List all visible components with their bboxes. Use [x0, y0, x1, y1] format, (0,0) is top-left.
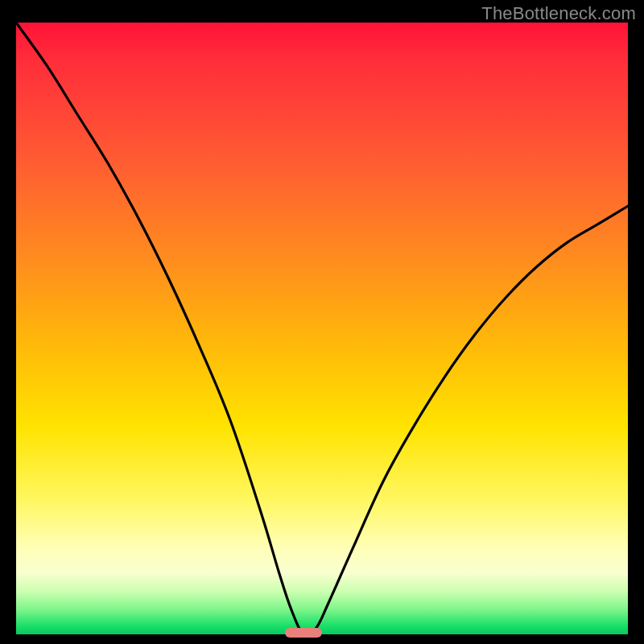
curve-layer — [16, 23, 628, 634]
watermark-text: TheBottleneck.com — [481, 3, 636, 24]
plot-area — [16, 23, 628, 634]
bottleneck-curve — [16, 23, 628, 634]
chart-frame: TheBottleneck.com — [0, 0, 644, 644]
optimum-marker — [285, 628, 322, 638]
